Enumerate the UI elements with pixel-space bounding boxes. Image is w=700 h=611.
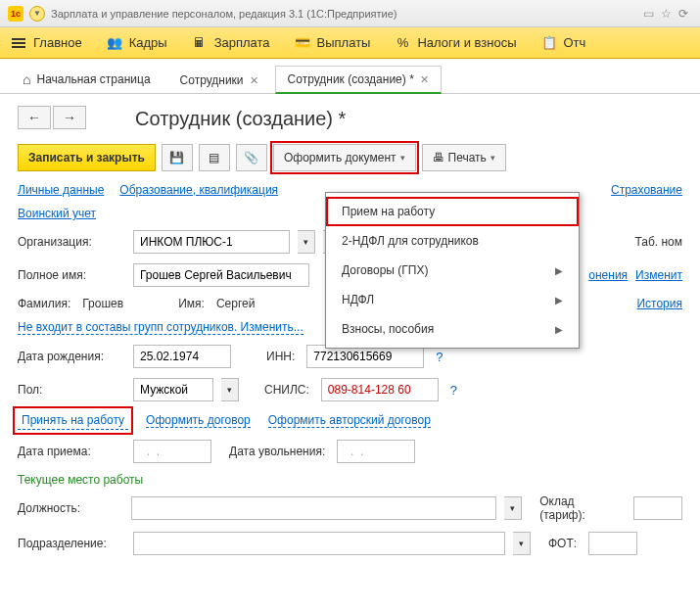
- menu-zarplata-label: Зарплата: [214, 35, 270, 50]
- surname-value: Грошев: [82, 297, 123, 310]
- fullname-input[interactable]: [133, 263, 309, 287]
- fire-date-input[interactable]: [337, 440, 415, 463]
- position-dropdown-button[interactable]: ▾: [504, 496, 522, 520]
- gender-input[interactable]: [133, 378, 213, 401]
- menu-item-vznosy-label: Взносы, пособия: [342, 322, 434, 336]
- author-contract-link[interactable]: Оформить авторский договор: [268, 413, 431, 428]
- fot-input[interactable]: [588, 532, 637, 555]
- tb-icon-3[interactable]: ⟳: [678, 7, 692, 21]
- menu-vyplaty-label: Выплаты: [317, 35, 371, 50]
- tab-employees-label: Сотрудники: [180, 73, 244, 87]
- titlebar: 1c ▼ Зарплата и управление персоналом, р…: [0, 0, 700, 27]
- close-icon[interactable]: ✕: [250, 74, 258, 87]
- history-link[interactable]: История: [636, 297, 682, 310]
- tab-education-link[interactable]: Образование, квалификация: [119, 183, 278, 197]
- oklad-label: Оклад (тариф):: [539, 494, 622, 522]
- menu-item-contracts-label: Договоры (ГПХ): [342, 263, 428, 277]
- department-dropdown-button[interactable]: ▾: [513, 532, 531, 555]
- menu-item-ndfl[interactable]: НДФЛ ▶: [326, 285, 579, 314]
- tab-home-label: Начальная страница: [36, 72, 150, 86]
- menu-otch-label: Отч: [564, 35, 586, 50]
- page-title: Сотрудник (создание) *: [135, 108, 682, 130]
- menu-home-label: Главное: [33, 35, 82, 50]
- submenu-arrow-icon: ▶: [555, 265, 563, 276]
- birthdate-label: Дата рождения:: [18, 350, 125, 363]
- tb-icon-2[interactable]: ☆: [661, 7, 675, 21]
- menu-nalogi[interactable]: % Налоги и взносы: [394, 35, 516, 50]
- snils-label: СНИЛС:: [264, 383, 309, 397]
- tab-employee-create-label: Сотрудник (создание) *: [288, 72, 414, 86]
- oformit-dropdown-menu: Прием на работу 2-НДФЛ для сотрудников Д…: [325, 192, 580, 349]
- menu-kadry-label: Кадры: [129, 35, 167, 50]
- save-icon: 💾: [169, 151, 184, 164]
- menu-nalogi-label: Налоги и взносы: [417, 35, 516, 50]
- current-place-label: Текущее место работы: [18, 473, 682, 487]
- percent-icon: %: [394, 36, 411, 50]
- menu-item-hire[interactable]: Прием на работу: [326, 197, 579, 226]
- snils-help[interactable]: ?: [450, 383, 457, 398]
- menu-zarplata[interactable]: 🖩 Зарплата: [191, 35, 270, 50]
- tab-military-link[interactable]: Воинский учет: [18, 207, 96, 220]
- tab-home[interactable]: ⌂ Начальная страница: [10, 65, 163, 93]
- menu-vyplaty[interactable]: 💳 Выплаты: [294, 35, 371, 50]
- clarify-link[interactable]: онения: [588, 268, 628, 282]
- org-input[interactable]: [133, 230, 290, 254]
- main-menu: Главное 👥 Кадры 🖩 Зарплата 💳 Выплаты % Н…: [0, 27, 700, 59]
- tab-personal-link[interactable]: Личные данные: [18, 183, 104, 197]
- menu-item-vznosy[interactable]: Взносы, пособия ▶: [326, 314, 579, 344]
- oformit-document-button[interactable]: Оформить документ ▾: [273, 144, 416, 171]
- menu-home[interactable]: Главное: [10, 35, 82, 50]
- snils-input[interactable]: [321, 378, 439, 401]
- save-close-button[interactable]: Записать и закрыть: [18, 144, 156, 171]
- app-menu-dropdown[interactable]: ▼: [29, 6, 45, 22]
- position-input[interactable]: [131, 496, 496, 520]
- contract-link[interactable]: Оформить договор: [146, 413, 251, 428]
- window-title: Зарплата и управление персоналом, редакц…: [51, 8, 397, 20]
- menu-kadry[interactable]: 👥 Кадры: [106, 35, 167, 50]
- attach-button[interactable]: 📎: [236, 144, 267, 171]
- close-icon[interactable]: ✕: [420, 73, 429, 86]
- fot-label: ФОТ:: [548, 537, 577, 550]
- calculator-icon: 🖩: [191, 36, 209, 50]
- fullname-label: Полное имя:: [18, 268, 125, 282]
- tb-icon-1[interactable]: ▭: [643, 7, 657, 21]
- oformit-label: Оформить документ: [284, 151, 397, 164]
- clip-icon: 📎: [244, 151, 258, 164]
- oklad-input[interactable]: [633, 496, 682, 520]
- print-button[interactable]: 🖶 Печать ▾: [422, 144, 506, 171]
- people-icon: 👥: [106, 36, 123, 50]
- print-label: Печать: [448, 151, 487, 164]
- inn-help[interactable]: ?: [436, 350, 443, 364]
- department-label: Подразделение:: [18, 537, 125, 550]
- surname-label: Фамилия:: [18, 297, 70, 310]
- birthdate-input[interactable]: [133, 345, 231, 368]
- name-value: Сергей: [216, 297, 256, 310]
- menu-otch[interactable]: 📋 Отч: [540, 35, 586, 50]
- tab-insurance-link[interactable]: Страхование: [611, 183, 682, 197]
- gender-dropdown-button[interactable]: ▾: [221, 378, 239, 401]
- tab-employees[interactable]: Сотрудники ✕: [167, 67, 271, 93]
- wallet-icon: 💳: [294, 36, 311, 50]
- home-icon: ⌂: [23, 71, 30, 87]
- toolbar: Записать и закрыть 💾 ▤ 📎 Оформить докуме…: [18, 144, 682, 171]
- groups-link[interactable]: Не входит в составы групп сотрудников. И…: [18, 320, 303, 335]
- change-link[interactable]: Изменит: [635, 268, 682, 282]
- hire-date-input[interactable]: [133, 440, 211, 463]
- department-input[interactable]: [133, 532, 505, 555]
- save-button[interactable]: 💾: [162, 144, 193, 171]
- tab-employee-create[interactable]: Сотрудник (создание) * ✕: [275, 66, 442, 94]
- menu-item-2ndfl[interactable]: 2-НДФЛ для сотрудников: [326, 226, 579, 256]
- nav-back-button[interactable]: ←: [18, 106, 51, 129]
- chevron-down-icon: ▾: [490, 153, 495, 163]
- menu-item-contracts[interactable]: Договоры (ГПХ) ▶: [326, 256, 579, 285]
- list-button[interactable]: ▤: [199, 144, 230, 171]
- name-label: Имя:: [178, 297, 205, 310]
- submenu-arrow-icon: ▶: [555, 324, 563, 335]
- position-label: Должность:: [18, 501, 123, 515]
- gender-label: Пол:: [18, 383, 125, 397]
- org-label: Организация:: [18, 235, 125, 249]
- org-dropdown-button[interactable]: ▾: [298, 230, 315, 254]
- nav-forward-button[interactable]: →: [53, 106, 86, 129]
- fire-date-label: Дата увольнения:: [229, 445, 325, 458]
- hire-link[interactable]: Принять на работу: [18, 411, 128, 430]
